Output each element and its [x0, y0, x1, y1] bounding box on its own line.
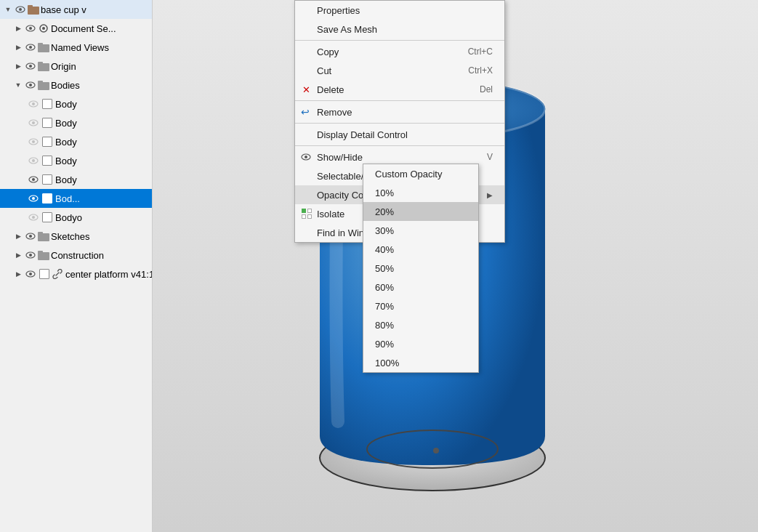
body2-label: Body	[55, 118, 77, 129]
menu-item-delete[interactable]: ✕ Delete Del	[295, 80, 504, 99]
tree-item-body2[interactable]: Body	[0, 113, 152, 132]
submenu-item-custom-opacity[interactable]: Custom Opacity	[363, 164, 478, 183]
60pct-label: 60%	[375, 282, 394, 293]
visibility-icon[interactable]	[28, 136, 39, 148]
isolate-icon	[301, 208, 313, 219]
visibility-icon[interactable]	[25, 249, 36, 261]
svg-rect-11	[38, 43, 43, 46]
submenu-item-90pct[interactable]: 90%	[363, 334, 478, 353]
visibility-icon[interactable]	[28, 211, 39, 223]
visibility-icon[interactable]	[28, 174, 39, 185]
tree-item-bodies[interactable]: ▼ Bodies	[0, 76, 152, 94]
visibility-icon[interactable]	[25, 41, 36, 53]
tree-item-named-views[interactable]: ▶ Named Views	[0, 38, 152, 57]
body4-label: Body	[55, 156, 77, 166]
submenu-item-30pct[interactable]: 30%	[363, 221, 478, 240]
svg-point-23	[32, 121, 35, 124]
body-icon	[42, 99, 52, 109]
expand-arrow: ▼	[3, 4, 13, 15]
body7-label: Bodyo	[55, 212, 82, 223]
tree-root[interactable]: ▼ base cup v	[0, 0, 152, 19]
expand-arrow: ▼	[13, 80, 23, 90]
svg-rect-19	[38, 81, 43, 84]
tree-item-origin[interactable]: ▶ Origin	[0, 57, 152, 76]
visibility-icon[interactable]	[25, 79, 36, 91]
20pct-label: 20%	[375, 206, 394, 217]
body-icon	[42, 193, 52, 203]
tree-item-construction[interactable]: ▶ Construction	[0, 246, 152, 265]
display-detail-label: Display Detail Control	[317, 129, 408, 140]
expand-arrow: ▶	[13, 42, 23, 52]
visibility-icon[interactable]	[25, 230, 36, 242]
body-icon	[42, 212, 52, 222]
50pct-label: 50%	[375, 263, 394, 274]
svg-point-5	[29, 27, 32, 30]
menu-item-save-as-mesh[interactable]: Save As Mesh	[295, 20, 504, 39]
submenu-item-100pct[interactable]: 100%	[363, 353, 478, 372]
separator-2	[295, 100, 504, 101]
isolate-label: Isolate	[317, 209, 344, 219]
visibility-icon[interactable]	[25, 23, 36, 34]
tree-item-sketches[interactable]: ▶ Sketches	[0, 227, 152, 246]
bodies-label: Bodies	[51, 80, 80, 91]
delete-x-icon: ✕	[302, 84, 310, 95]
body5-label: Body	[55, 174, 77, 185]
separator-4	[295, 145, 504, 146]
menu-item-properties[interactable]: Properties	[295, 1, 504, 20]
copy-label: Copy	[317, 47, 339, 57]
body3-label: Body	[55, 137, 77, 148]
tree-item-center-platform[interactable]: ▶ center platform v41:1	[0, 265, 152, 283]
settings-icon	[38, 23, 49, 33]
visibility-icon[interactable]	[28, 193, 39, 204]
svg-point-51	[433, 448, 439, 454]
tree-item-body3[interactable]: Body	[0, 132, 152, 151]
cut-label: Cut	[317, 65, 331, 76]
submenu-item-80pct[interactable]: 80%	[363, 315, 478, 334]
submenu-item-50pct[interactable]: 50%	[363, 259, 478, 278]
visibility-icon[interactable]	[15, 4, 26, 15]
link-icon	[52, 269, 63, 279]
visibility-icon[interactable]	[28, 117, 39, 129]
menu-item-cut[interactable]: Cut Ctrl+X	[295, 61, 504, 80]
submenu-item-70pct[interactable]: 70%	[363, 297, 478, 315]
visibility-icon[interactable]	[25, 268, 36, 280]
visibility-icon[interactable]	[25, 60, 36, 72]
tree-item-body5[interactable]: Body	[0, 170, 152, 189]
tree-item-document-settings[interactable]: ▶ Document Se...	[0, 19, 152, 38]
save-as-mesh-label: Save As Mesh	[317, 24, 377, 35]
menu-item-remove[interactable]: ↩ Remove	[295, 102, 504, 121]
visibility-icon[interactable]	[28, 98, 39, 110]
submenu-item-10pct[interactable]: 10%	[363, 183, 478, 202]
svg-point-35	[29, 235, 32, 238]
menu-item-display-detail[interactable]: Display Detail Control	[295, 125, 504, 144]
40pct-label: 40%	[375, 244, 394, 255]
expand-arrow: ▶	[13, 23, 23, 33]
model-viewport[interactable]: Properties Save As Mesh Copy Ctrl+C Cut …	[153, 0, 758, 532]
delete-shortcut: Del	[480, 84, 493, 94]
svg-point-39	[29, 254, 32, 257]
svg-point-53	[305, 156, 307, 158]
visibility-icon[interactable]	[28, 155, 39, 166]
submenu-item-40pct[interactable]: 40%	[363, 240, 478, 259]
svg-point-13	[29, 65, 32, 68]
show-hide-shortcut: V	[487, 152, 493, 162]
70pct-label: 70%	[375, 301, 394, 312]
folder-icon	[38, 231, 49, 241]
submenu-item-60pct[interactable]: 60%	[363, 278, 478, 297]
tree-item-body6[interactable]: Bod...	[0, 189, 152, 208]
eye-icon	[301, 152, 311, 163]
body6-label: Bod...	[55, 193, 80, 204]
folder-icon	[28, 4, 39, 15]
tree-item-body1[interactable]: Body	[0, 94, 152, 113]
named-views-label: Named Views	[51, 42, 109, 53]
submenu-item-20pct[interactable]: 20%	[363, 202, 478, 221]
folder-icon	[38, 42, 49, 52]
tree-item-body7[interactable]: Bodyo	[0, 208, 152, 227]
document-settings-label: Document Se...	[51, 23, 116, 34]
expand-arrow: ▶	[13, 269, 23, 279]
sketches-label: Sketches	[51, 231, 89, 242]
tree-item-body4[interactable]: Body	[0, 151, 152, 170]
90pct-label: 90%	[375, 339, 394, 350]
menu-item-copy[interactable]: Copy Ctrl+C	[295, 42, 504, 61]
svg-point-33	[32, 216, 35, 219]
